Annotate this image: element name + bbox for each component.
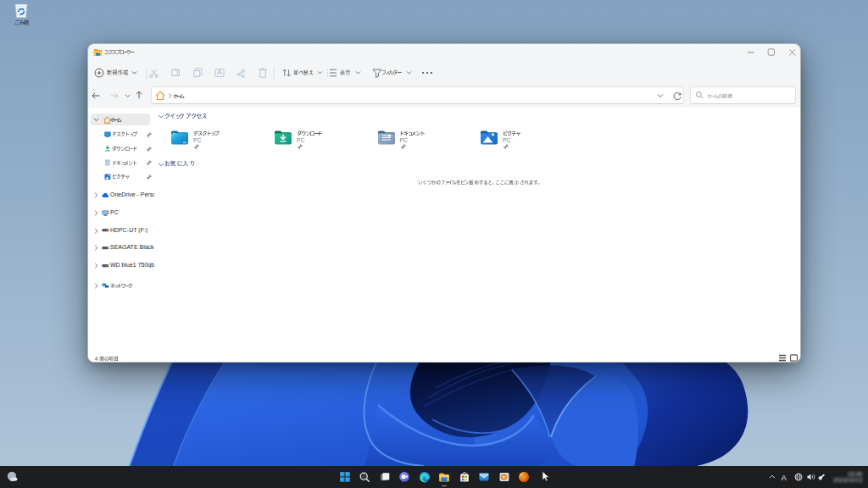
svg-text:A: A [782,473,787,482]
